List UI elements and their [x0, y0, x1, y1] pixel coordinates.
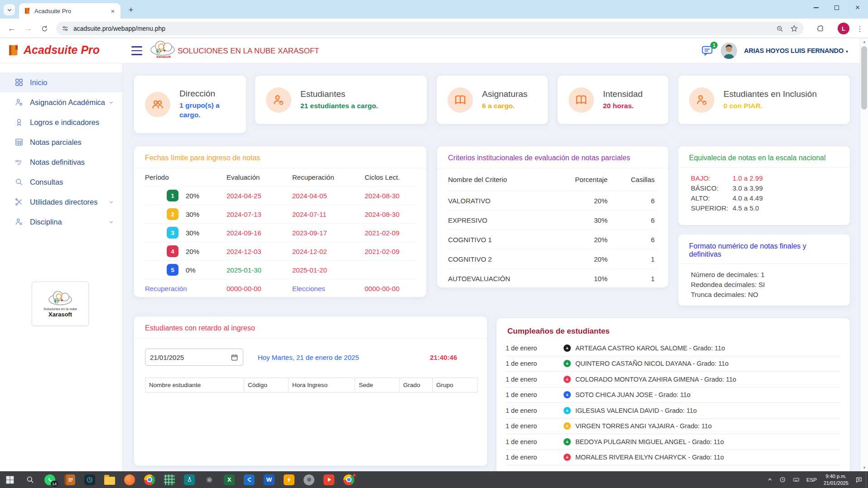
student-badge-icon: +	[564, 391, 571, 398]
stat-title: Estudiantes en Inclusión	[723, 89, 817, 99]
taskbar-app-button[interactable]	[319, 471, 339, 488]
ciclos-date: 2021-02-09	[365, 248, 415, 255]
address-bar[interactable]: acadsuite.pro/webapp/menu.php	[56, 22, 804, 35]
extensions-icon[interactable]	[814, 22, 827, 35]
action-center-icon[interactable]	[852, 471, 866, 488]
sidebar-item-disciplina[interactable]: Disciplina	[0, 212, 122, 232]
taskbar-app-button[interactable]	[120, 471, 140, 488]
taskbar-vscode-button[interactable]	[239, 471, 259, 488]
reload-button[interactable]	[38, 22, 51, 35]
sidebar-item-notas-parciales[interactable]: Notas parciales	[0, 132, 122, 152]
taskbar-file-explorer-button[interactable]	[100, 471, 120, 488]
taskbar-chrome-active-button[interactable]	[339, 471, 359, 488]
birthday-date: 1 de enero	[506, 454, 564, 461]
tab-favicon-book-icon	[24, 7, 31, 14]
url-text[interactable]: acadsuite.pro/webapp/menu.php	[73, 25, 770, 32]
date-input[interactable]: 21/01/2025	[145, 349, 243, 366]
sidebar-item-consultas[interactable]: Consultas	[0, 172, 122, 192]
grid-icon	[14, 78, 24, 87]
sidebar-item-logros-e-indicadores[interactable]: Logros e indicadores	[0, 112, 122, 132]
user-avatar[interactable]	[721, 43, 737, 59]
scrollbar-thumb[interactable]	[861, 46, 867, 110]
sidebar-item-inicio[interactable]: Inicio	[0, 72, 122, 92]
show-desktop-button[interactable]	[866, 471, 868, 488]
taskbar-app-button[interactable]	[179, 471, 199, 488]
ciclos-date: 2021-02-09	[365, 229, 415, 237]
period-badge: 1	[167, 190, 178, 201]
forward-button[interactable]: →	[22, 22, 34, 35]
person-gear-icon	[14, 98, 24, 107]
messages-button[interactable]: 1	[700, 44, 714, 57]
footer-date: 0000-00-00	[365, 285, 415, 292]
app-header: Acadsuite Pro Xarasoft SOLUCIONES EN LA …	[0, 38, 860, 63]
birthday-row: 1 de enero+COLORADO MONTOYA ZAHIRA GIMEN…	[506, 372, 841, 388]
browser-profile-button[interactable]: L	[838, 23, 849, 34]
footer-date: 0000-00-00	[227, 285, 292, 292]
scale-label: BÁSICO:	[691, 184, 733, 192]
user-menu[interactable]: ARIAS HOYOS LUIS FERNANDO▾	[744, 47, 848, 55]
birthday-row: 1 de enero+BEDOYA PULGARIN MIGUEL ANGEL …	[506, 434, 841, 450]
window-close-button[interactable]: ×	[847, 0, 868, 15]
tray-keyboard-icon[interactable]	[789, 471, 803, 488]
late-students-table: Nombre estudiante Código Hora Ingreso Se…	[145, 378, 478, 392]
criterion-name: EXPRESIVO	[448, 216, 549, 224]
tab-search-button[interactable]	[4, 4, 15, 15]
elecciones-link[interactable]: Elecciones	[292, 285, 365, 292]
scrollbar-down-arrow[interactable]: ▼	[860, 464, 868, 471]
numeric-format-panel: Formato numérico de notas finales y defi…	[678, 234, 850, 306]
scrollbar-up-arrow[interactable]: ▲	[860, 38, 868, 45]
browser-menu-icon[interactable]: ⋮	[855, 22, 864, 35]
taskbar-chrome-button[interactable]	[140, 471, 159, 488]
table-header: Nombre del Criterio Porcentaje Casillas	[448, 168, 657, 191]
student-badge-icon: +	[564, 438, 571, 445]
student-badge-icon: +	[564, 376, 571, 383]
student-badge-icon: +	[564, 422, 571, 430]
taskbar-search-button[interactable]	[20, 471, 40, 488]
tray-chevron-up-icon[interactable]	[764, 471, 776, 488]
chevron-down-icon	[108, 199, 114, 205]
page-scrollbar[interactable]: ▲ ▼	[860, 38, 868, 471]
menu-hamburger-icon[interactable]	[131, 46, 142, 55]
back-button[interactable]: ←	[5, 22, 18, 35]
start-button[interactable]	[0, 471, 20, 488]
window-minimize-button[interactable]	[805, 0, 826, 15]
panel-title: Estudiantes con retardo al ingreso	[134, 316, 487, 339]
browser-tab[interactable]: Acadsuite Pro ×	[19, 3, 121, 19]
award-icon	[14, 118, 24, 127]
tab-close-icon[interactable]: ×	[109, 7, 117, 15]
taskbar-excel-button[interactable]: X	[219, 471, 239, 488]
taskbar-app-button[interactable]	[159, 471, 179, 488]
sidebar-item-utilidades-directores[interactable]: Utilidades directores	[0, 192, 122, 212]
scale-row: BAJO:1.0 a 2.99	[691, 173, 837, 183]
sidebar-item-notas-definitivas[interactable]: abc Notas definitivas	[0, 152, 122, 172]
taskbar-app-button[interactable]	[299, 471, 319, 488]
zoom-indicator-icon[interactable]	[776, 25, 784, 33]
calendar-icon[interactable]	[231, 354, 238, 361]
taskbar-settings-button[interactable]	[199, 471, 219, 488]
sidebar-item-label: Logros e indicadores	[30, 118, 99, 127]
taskbar-whatsapp-button[interactable]: 14	[40, 471, 60, 488]
bookmark-star-icon[interactable]	[790, 24, 798, 33]
tray-clock[interactable]: 9:40 p.m. 21/01/2025	[820, 473, 852, 486]
panel-title: Fechas límite para ingreso de notas	[134, 146, 426, 168]
table-icon	[14, 138, 24, 147]
tray-language-indicator[interactable]: ESP	[803, 471, 820, 488]
app-logo[interactable]: Acadsuite Pro	[7, 43, 100, 57]
tray-clock-icon[interactable]	[776, 471, 789, 488]
new-tab-button[interactable]: +	[125, 4, 137, 16]
file-explorer-icon	[104, 477, 115, 485]
birthday-date: 1 de enero	[506, 360, 564, 367]
excel-icon: X	[224, 474, 235, 485]
taskbar-clock-app-button[interactable]	[80, 471, 100, 488]
student-name: COLORADO MONTOYA ZAHIRA GIMENA - Grado: …	[575, 376, 736, 383]
sidebar-item-label: Notas definitivas	[30, 158, 85, 167]
window-maximize-button[interactable]	[826, 0, 847, 15]
recuperacion-link[interactable]: Recuperación	[145, 285, 227, 292]
site-settings-icon[interactable]	[62, 25, 69, 32]
column-header: Ciclos Lect.	[365, 173, 415, 181]
sidebar-item-asignacion-academica[interactable]: Asignación Académica	[0, 92, 122, 112]
format-line: Número de decimales: 1	[691, 269, 837, 279]
taskbar-notebook-button[interactable]	[60, 471, 80, 488]
taskbar-word-button[interactable]: W	[259, 471, 279, 488]
taskbar-app-button[interactable]	[279, 471, 299, 488]
